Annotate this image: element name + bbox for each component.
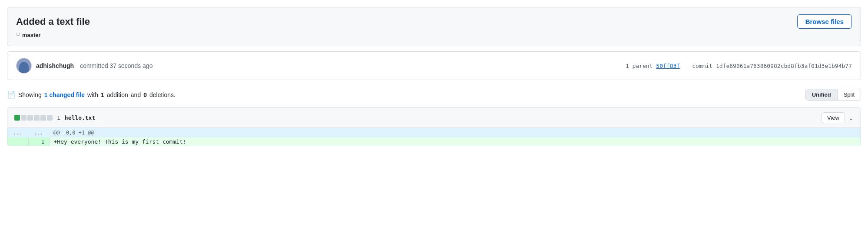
change-block-grey-5 [47,115,53,121]
commit-header-top: Added a text file Browse files [16,14,852,29]
diff-file-header-right: View ⌄ [822,112,854,123]
added-line-content: +Hey everyone! This is my first commit! [49,138,861,146]
browse-files-button[interactable]: Browse files [797,14,852,29]
diff-line-added: 1 +Hey everyone! This is my first commit… [7,138,861,146]
branch-name: master [22,32,41,38]
commit-full-hash: 1dfe69061a763860982cbd8fb3af01d3e1b94b77 [716,63,852,69]
commit-time: committed 37 seconds ago [80,62,152,69]
change-block-grey-1 [21,115,27,121]
commit-author-section: adhishchugh committed 37 seconds ago [16,58,152,74]
changed-file-count[interactable]: 1 changed file [44,91,85,98]
diff-panel: 1 hello.txt View ⌄ ... ... @@ -0,0 +1 @@ [7,108,861,146]
change-block-green [14,115,20,121]
view-button[interactable]: View [822,112,845,123]
line-num-new: 1 [28,138,49,146]
hunk-header-content: @@ -0,0 +1 @@ [49,128,861,138]
change-block-grey-4 [40,115,46,121]
parent-hash-link[interactable]: 50ff83f [656,63,680,69]
diff-table: ... ... @@ -0,0 +1 @@ 1 +Hey everyone! T… [7,128,861,146]
showing-label: Showing [18,91,42,98]
commit-meta: adhishchugh committed 37 seconds ago 1 p… [7,51,861,80]
line-num-old [7,138,28,146]
hunk-dots-new: ... [28,128,49,138]
branch-info: ⑂ master [16,31,852,39]
commit-header: Added a text file Browse files ⑂ master [7,7,861,46]
commit-title: Added a text file [16,16,90,27]
split-button[interactable]: Split [837,89,861,100]
file-change-indicator [14,115,53,121]
stats-bar: 📄 Showing 1 changed file with 1 addition… [7,87,861,102]
file-name: hello.txt [65,114,95,121]
hunk-dots-old: ... [7,128,28,138]
change-block-grey-3 [34,115,40,121]
author-name: adhishchugh [36,62,74,69]
avatar [16,58,32,74]
file-diff-icon: 📄 [7,91,16,99]
branch-icon: ⑂ [16,31,20,39]
addition-label: addition [107,91,128,98]
file-number: 1 [57,114,60,121]
unified-button[interactable]: Unified [806,89,837,100]
with-label: with [87,91,98,98]
stats-text: 📄 Showing 1 changed file with 1 addition… [7,91,176,99]
parent-label: 1 parent 50ff83f [626,63,680,69]
chevron-down-icon[interactable]: ⌄ [848,114,854,121]
change-block-grey-2 [27,115,33,121]
deletion-label: deletions. [149,91,176,98]
deletion-count: 0 [143,91,147,98]
diff-hunk-row: ... ... @@ -0,0 +1 @@ [7,128,861,138]
diff-view-toggle: Unified Split [805,89,861,101]
avatar-figure [19,62,29,73]
page-wrapper: Added a text file Browse files ⑂ master … [0,0,868,242]
diff-file-header: 1 hello.txt View ⌄ [7,108,861,128]
commit-full-hash-section: commit 1dfe69061a763860982cbd8fb3af01d3e… [692,63,852,69]
diff-file-header-left: 1 hello.txt [14,114,95,121]
commit-hash-section: 1 parent 50ff83f commit 1dfe69061a763860… [626,63,852,69]
and-label: and [131,91,141,98]
addition-count: 1 [101,91,104,98]
